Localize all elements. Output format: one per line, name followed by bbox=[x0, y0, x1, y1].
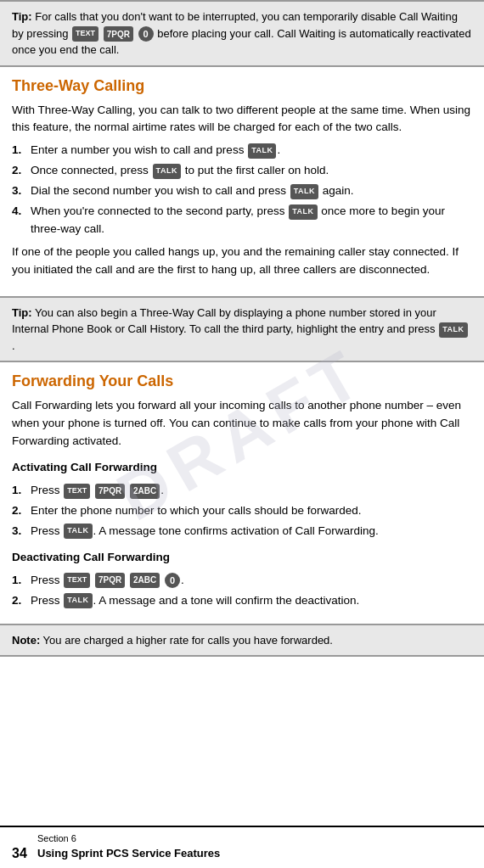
act-step-1-text-key: TEXT bbox=[64, 484, 90, 499]
act-step-2-content: Enter the phone number to which your cal… bbox=[31, 502, 472, 520]
deact-step-1-7pqr-key: 7PQR bbox=[95, 573, 125, 588]
forwarding-heading: Forwarding Your Calls bbox=[0, 362, 484, 394]
step-2: 2. Once connected, press TALK to put the… bbox=[12, 162, 472, 180]
deact-step-1-0-key: 0 bbox=[165, 573, 180, 588]
step-1-talk-key: TALK bbox=[248, 143, 276, 159]
tip1-key-0: 0 bbox=[138, 26, 154, 42]
act-step-3-talk-key: TALK bbox=[64, 524, 92, 539]
act-step-1-num: 1. bbox=[12, 482, 31, 500]
step-4-content: When you're connected to the second part… bbox=[31, 203, 472, 238]
activating-subheading: Activating Call Forwarding bbox=[12, 456, 472, 479]
forwarding-body: Call Forwarding lets you forward all you… bbox=[0, 394, 484, 621]
step-3: 3. Dial the second number you wish to ca… bbox=[12, 182, 472, 200]
footer-page-num: 34 bbox=[12, 846, 37, 861]
deactivating-steps: 1. Press TEXT 7PQR 2ABC 0. 2. Press TALK… bbox=[12, 572, 472, 610]
act-step-3: 3. Press TALK. A message tone confirms a… bbox=[12, 523, 472, 540]
deact-step-2-num: 2. bbox=[12, 592, 31, 610]
deact-step-2-content: Press TALK. A message and a tone will co… bbox=[31, 592, 472, 610]
tip2-label: Tip: bbox=[12, 306, 32, 319]
step-2-num: 2. bbox=[12, 162, 31, 180]
tip-box-1: Tip: For calls that you don't want to be… bbox=[0, 0, 484, 67]
step-4-num: 4. bbox=[12, 203, 31, 221]
act-step-1-content: Press TEXT 7PQR 2ABC. bbox=[31, 482, 472, 500]
step-3-talk-key: TALK bbox=[290, 184, 318, 199]
tip1-label: Tip: bbox=[12, 10, 32, 23]
step-4: 4. When you're connected to the second p… bbox=[12, 203, 472, 238]
tip2-text: You can also begin a Three-Way Call by d… bbox=[12, 306, 438, 336]
footer-section-label: Section 6 bbox=[37, 832, 220, 845]
step-1-content: Enter a number you wish to call and pres… bbox=[31, 142, 472, 160]
step-3-content: Dial the second number you wish to call … bbox=[31, 182, 472, 200]
three-way-intro: With Three-Way Calling, you can talk to … bbox=[12, 102, 472, 137]
deactivating-subheading: Deactivating Call Forwarding bbox=[12, 546, 472, 568]
page-footer: 34 Section 6 Using Sprint PCS Service Fe… bbox=[0, 826, 484, 868]
activating-steps: 1. Press TEXT 7PQR 2ABC. 2. Enter the ph… bbox=[12, 482, 472, 540]
deact-step-1-content: Press TEXT 7PQR 2ABC 0. bbox=[31, 572, 472, 590]
note-text: You are charged a higher rate for calls … bbox=[43, 634, 333, 647]
step-4-talk-key: TALK bbox=[289, 204, 317, 220]
three-way-steps: 1. Enter a number you wish to call and p… bbox=[12, 142, 472, 238]
act-step-1: 1. Press TEXT 7PQR 2ABC. bbox=[12, 482, 472, 500]
deact-step-2-talk-key: TALK bbox=[64, 593, 92, 608]
three-way-heading: Three-Way Calling bbox=[0, 67, 484, 98]
step-3-num: 3. bbox=[12, 182, 31, 200]
act-step-2: 2. Enter the phone number to which your … bbox=[12, 502, 472, 520]
act-step-1-7pqr-key: 7PQR bbox=[95, 484, 125, 499]
step-1: 1. Enter a number you wish to call and p… bbox=[12, 142, 472, 160]
deact-step-1-text-key: TEXT bbox=[64, 573, 90, 588]
tip2-suffix: . bbox=[12, 339, 15, 352]
tip1-key-7pqr: 7PQR bbox=[104, 26, 133, 42]
deact-step-1-num: 1. bbox=[12, 572, 31, 590]
tip-box-2: Tip: You can also begin a Three-Way Call… bbox=[0, 296, 484, 363]
act-step-2-num: 2. bbox=[12, 502, 31, 520]
note-box: Note: You are charged a higher rate for … bbox=[0, 624, 484, 658]
tip1-key-text: TEXT bbox=[72, 26, 98, 42]
deact-step-2: 2. Press TALK. A message and a tone will… bbox=[12, 592, 472, 610]
deact-step-1: 1. Press TEXT 7PQR 2ABC 0. bbox=[12, 572, 472, 590]
footer-title: Using Sprint PCS Service Features bbox=[37, 846, 220, 861]
step-2-talk-key: TALK bbox=[153, 164, 181, 179]
act-step-3-content: Press TALK. A message tone confirms acti… bbox=[31, 523, 472, 540]
step-1-num: 1. bbox=[12, 142, 31, 160]
act-step-3-num: 3. bbox=[12, 523, 31, 540]
act-step-1-2abc-key: 2ABC bbox=[130, 484, 160, 499]
three-way-closing: If one of the people you called hangs up… bbox=[12, 244, 472, 279]
deact-step-1-2abc-key: 2ABC bbox=[130, 573, 160, 588]
three-way-body: With Three-Way Calling, you can talk to … bbox=[0, 98, 484, 291]
forwarding-intro: Call Forwarding lets you forward all you… bbox=[12, 397, 472, 451]
page-container: DRAFT Tip: For calls that you don't want… bbox=[0, 0, 484, 868]
footer-text: Section 6 Using Sprint PCS Service Featu… bbox=[37, 832, 220, 861]
step-2-content: Once connected, press TALK to put the fi… bbox=[31, 162, 472, 180]
note-label: Note: bbox=[12, 634, 40, 647]
tip2-talk-key: TALK bbox=[439, 322, 467, 338]
